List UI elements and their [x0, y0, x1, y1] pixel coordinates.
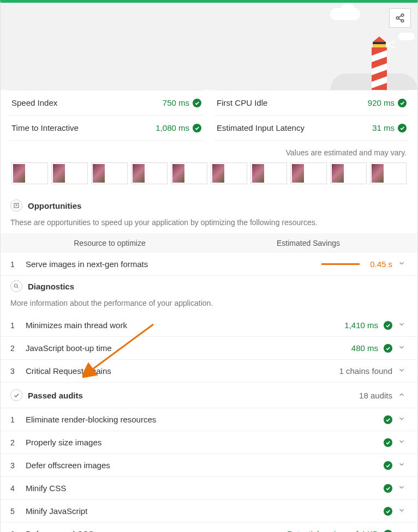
filmstrip-frame[interactable] [290, 162, 327, 184]
potential-savings: Potential savings of 4 KB [287, 529, 378, 532]
audit-number: 1 [10, 260, 19, 269]
metric-value: 1,080 ms [156, 123, 189, 132]
savings-bar [321, 263, 360, 265]
filmstrip-frame[interactable] [211, 162, 247, 184]
svg-rect-6 [373, 42, 386, 44]
savings-value: 0.45 s [365, 259, 392, 269]
audit-name: Defer unused CSS [26, 529, 280, 532]
pass-badge-icon [384, 484, 392, 493]
audit-number: 4 [10, 484, 19, 493]
filmstrip-frame[interactable] [370, 162, 407, 184]
passed-audit-row[interactable]: 2 Properly size images [1, 431, 417, 454]
diagnostic-value: 1,410 ms [344, 321, 378, 330]
diagnostic-row[interactable]: 1 Minimizes main thread work 1,410 ms [1, 314, 417, 337]
svg-point-15 [14, 284, 17, 287]
passed-audits-heading[interactable]: Passed audits 18 audits [1, 383, 417, 408]
opportunities-icon [10, 200, 22, 211]
search-icon [10, 280, 22, 292]
audit-number: 1 [10, 321, 19, 330]
audit-name: Defer offscreen images [26, 461, 377, 470]
svg-line-3 [398, 16, 401, 17]
opportunities-columns: Resource to optimize Estimated Savings [1, 233, 417, 253]
passed-count: 18 audits [359, 391, 392, 400]
metric-row: Time to Interactive 1,080 ms [9, 116, 204, 141]
metric-row: First CPU Idle 920 ms [214, 90, 409, 116]
pass-badge-icon [384, 507, 392, 516]
chevron-down-icon[interactable] [398, 506, 408, 516]
opportunities-title: Opportunities [28, 201, 81, 210]
metric-label: Estimated Input Latency [217, 123, 304, 132]
chevron-down-icon[interactable] [398, 438, 408, 447]
estimate-note: Values are estimated and may vary. [1, 141, 417, 162]
metric-value: 920 ms [368, 98, 395, 107]
share-button[interactable] [389, 8, 411, 28]
pass-badge-icon [384, 461, 392, 470]
passed-audit-row[interactable]: 5 Minify JavaScript [1, 500, 417, 523]
diagnostic-row[interactable]: 3 Critical Request Chains 1 chains found [1, 360, 417, 383]
filmstrip-frame[interactable] [131, 162, 168, 184]
svg-line-12 [386, 41, 396, 45]
audit-name: Minimizes main thread work [26, 321, 338, 330]
passed-audit-row[interactable]: 4 Minify CSS [1, 477, 417, 500]
svg-point-0 [401, 14, 404, 17]
audit-name: JavaScript boot-up time [26, 343, 345, 353]
metric-label: Speed Index [11, 98, 57, 107]
metric-label: First CPU Idle [217, 98, 267, 107]
cloud-decoration [398, 33, 415, 40]
audit-number: 2 [10, 344, 19, 353]
pass-badge-icon [384, 415, 392, 424]
cloud-decoration [330, 8, 360, 20]
metric-row: Speed Index 750 ms [9, 90, 204, 116]
diagnostic-row[interactable]: 2 JavaScript boot-up time 480 ms [1, 337, 417, 360]
filmstrip-frame[interactable] [51, 162, 88, 184]
svg-line-16 [17, 287, 19, 289]
filmstrip-frame[interactable] [171, 162, 207, 184]
opportunity-row[interactable]: 1 Serve images in next-gen formats 0.45 … [1, 253, 417, 276]
filmstrip-frame[interactable] [91, 162, 128, 184]
lighthouse-icon [363, 30, 396, 90]
diagnostics-title: Diagnostics [28, 282, 74, 291]
diagnostic-value: 480 ms [351, 343, 378, 353]
diagnostics-heading: Diagnostics [1, 276, 417, 297]
chevron-down-icon[interactable] [398, 529, 408, 532]
pass-badge-icon [384, 438, 392, 447]
audit-name: Critical Request Chains [26, 366, 332, 376]
chevron-down-icon[interactable] [398, 461, 408, 470]
pass-badge-icon [398, 124, 407, 132]
audit-name: Minify JavaScript [26, 506, 377, 516]
pass-badge-icon [384, 344, 392, 353]
chevron-down-icon[interactable] [398, 259, 408, 269]
passed-audit-row[interactable]: 6 Defer unused CSS Potential savings of … [1, 523, 417, 532]
pass-badge-icon [398, 99, 407, 107]
pass-badge-icon [193, 99, 201, 107]
filmstrip-frame[interactable] [11, 162, 48, 184]
passed-audit-row[interactable]: 3 Defer offscreen images [1, 454, 417, 477]
passed-title: Passed audits [28, 391, 83, 400]
pass-badge-icon [384, 321, 392, 330]
chevron-down-icon[interactable] [398, 366, 408, 376]
svg-marker-7 [373, 37, 386, 42]
col-resource: Resource to optimize [10, 239, 209, 247]
chevron-down-icon[interactable] [398, 343, 408, 353]
metric-row: Estimated Input Latency 31 ms [214, 116, 409, 141]
audit-number: 3 [10, 367, 19, 376]
report-header [1, 3, 417, 90]
chevron-down-icon[interactable] [398, 415, 408, 424]
audit-number: 3 [10, 461, 19, 470]
audit-name: Minify CSS [26, 483, 377, 493]
metric-value: 31 ms [372, 123, 395, 132]
metric-label: Time to Interactive [11, 123, 79, 132]
chevron-down-icon[interactable] [398, 321, 408, 330]
metrics-section: Speed Index 750 ms Time to Interactive 1… [1, 90, 417, 141]
check-icon [10, 389, 22, 401]
audit-number: 2 [10, 438, 19, 447]
audit-name: Serve images in next-gen formats [26, 259, 315, 269]
opportunities-heading: Opportunities [1, 195, 417, 216]
filmstrip-frame[interactable] [250, 162, 287, 184]
share-icon [395, 13, 405, 23]
pass-badge-icon [193, 124, 201, 132]
audit-number: 6 [10, 530, 19, 533]
chevron-down-icon[interactable] [398, 483, 408, 493]
passed-audit-row[interactable]: 1 Eliminate render-blocking resources [1, 408, 417, 431]
filmstrip-frame[interactable] [330, 162, 367, 184]
